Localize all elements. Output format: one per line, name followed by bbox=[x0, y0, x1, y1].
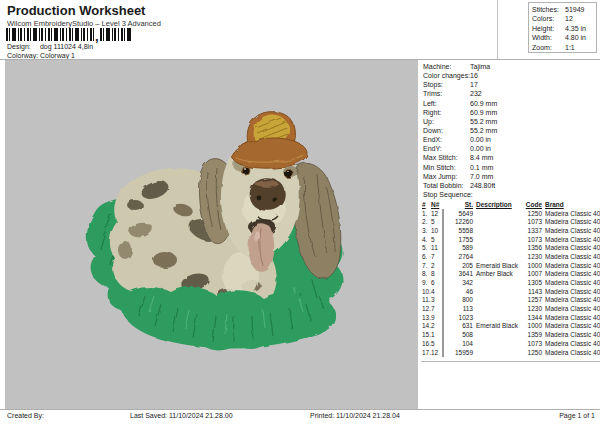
seq-thread-code: 1143 bbox=[518, 288, 542, 297]
machine-info-value: 0.00 in bbox=[470, 144, 491, 153]
stats-value: 1:1 bbox=[565, 43, 575, 52]
stop-sequence-row: 9. 6 342 1305 Madeira Classic 40 bbox=[421, 279, 600, 288]
machine-info-value: 17 bbox=[470, 80, 478, 89]
seq-thread-brand: Madeira Classic 40 bbox=[542, 279, 600, 288]
stop-sequence-row: 11. 3 800 1257 Madeira Classic 40 bbox=[421, 296, 600, 305]
machine-info-list: Machine: Tajima Color changes: 16 Stops:… bbox=[421, 62, 600, 190]
seq-stitch-count: 113 bbox=[453, 305, 473, 314]
seq-needle-number: 9 bbox=[431, 314, 442, 323]
seq-thread-brand: Madeira Classic 40 bbox=[542, 227, 600, 236]
stop-sequence-row: 2. 5 12260 1073 Madeira Classic 40 bbox=[421, 218, 600, 227]
stop-sequence-row: 12. 7 113 1230 Madeira Classic 40 bbox=[421, 305, 600, 314]
design-row: Design: dog 111024 4,8in bbox=[7, 43, 93, 50]
stats-value: 12 bbox=[565, 14, 573, 23]
footer-created-by: Created By: bbox=[7, 412, 44, 419]
seq-stitch-count: 631 bbox=[453, 322, 473, 331]
machine-info-label: Color changes: bbox=[421, 71, 470, 80]
machine-info-label: Stops: bbox=[421, 80, 470, 89]
stop-sequence-header-row: # N# St. Description Code Brand bbox=[421, 200, 600, 210]
machine-info-value: 232 bbox=[470, 89, 482, 98]
seq-row-index: 2. bbox=[421, 218, 431, 227]
barcode-bars-group1 bbox=[6, 28, 94, 41]
thread-color-swatch bbox=[442, 278, 444, 287]
thread-color-swatch bbox=[442, 243, 444, 252]
machine-info-value: 60.9 mm bbox=[470, 99, 497, 108]
thread-color-swatch bbox=[442, 226, 444, 235]
machine-info-row: EndX: 0.00 in bbox=[421, 135, 600, 144]
machine-info-label: Total Bobbin: bbox=[421, 181, 470, 190]
seq-stitch-count: 12260 bbox=[453, 218, 473, 227]
seq-thread-code: 1356 bbox=[518, 244, 542, 253]
stats-label: Zoom: bbox=[532, 43, 565, 52]
seq-needle-number: 3 bbox=[431, 296, 442, 305]
machine-info-value: 55.2 mm bbox=[470, 117, 497, 126]
app-subtitle: Wilcom EmbroideryStudio – Level 3 Advanc… bbox=[7, 19, 161, 28]
stats-row: Colors: 12 bbox=[532, 14, 596, 23]
machine-info-row: Right: 60.9 mm bbox=[421, 108, 600, 117]
seq-thread-code: 1073 bbox=[518, 340, 542, 349]
stats-value: 4.80 in bbox=[565, 33, 586, 42]
stop-sequence-table: # N# St. Description Code Brand 1. 12 56… bbox=[421, 200, 600, 357]
machine-info-value: 0.00 in bbox=[470, 135, 491, 144]
col-header-index: # bbox=[421, 200, 431, 210]
machine-info-row: Total Bobbin: 248.80ft bbox=[421, 181, 600, 190]
barcode-bars-group2 bbox=[100, 28, 131, 41]
stop-sequence-row: 1. 12 5649 1250 Madeira Classic 40 bbox=[421, 210, 600, 219]
stats-value: 51949 bbox=[565, 5, 584, 14]
machine-info-label: Down: bbox=[421, 126, 470, 135]
machine-info-value: 0.1 mm bbox=[470, 163, 493, 172]
seq-thread-brand: Madeira Classic 40 bbox=[542, 288, 600, 297]
seq-needle-number: 8 bbox=[431, 270, 442, 279]
seq-swatch-cell bbox=[442, 349, 453, 358]
seq-stitch-count: 589 bbox=[453, 244, 473, 253]
stats-label: Height: bbox=[532, 24, 565, 33]
seq-row-index: 3. bbox=[421, 227, 431, 236]
barcode-comma: , bbox=[95, 33, 99, 41]
design-preview-panel bbox=[5, 60, 418, 409]
stop-sequence-row: 3. 10 5558 1337 Madeira Classic 40 bbox=[421, 227, 600, 236]
seq-row-index: 8. bbox=[421, 270, 431, 279]
stop-sequence-row: 6. 7 2764 1230 Madeira Classic 40 bbox=[421, 253, 600, 262]
seq-thread-brand: Madeira Classic 40 bbox=[542, 253, 600, 262]
cowboy-hat bbox=[232, 112, 307, 169]
production-worksheet-page: Production Worksheet Wilcom EmbroiderySt… bbox=[0, 0, 600, 424]
seq-description: Emerald Black bbox=[473, 262, 518, 271]
thread-color-swatch bbox=[442, 209, 444, 218]
seq-row-index: 14. bbox=[421, 322, 431, 331]
design-barcode: , bbox=[6, 28, 131, 41]
seq-needle-number: 11 bbox=[431, 244, 442, 253]
seq-thread-code: 1344 bbox=[518, 314, 542, 323]
seq-row-index: 5. bbox=[421, 244, 431, 253]
seq-description: Amber Black bbox=[473, 270, 518, 279]
stats-label: Width: bbox=[532, 33, 565, 42]
hat-brim bbox=[232, 138, 307, 168]
machine-info-row: Max Stitch: 8.4 mm bbox=[421, 153, 600, 162]
machine-info-label: EndY: bbox=[421, 144, 470, 153]
thread-color-swatch bbox=[442, 295, 444, 304]
seq-stitch-count: 1023 bbox=[453, 314, 473, 323]
seq-description: Emerald Black bbox=[473, 322, 518, 331]
seq-thread-brand: Madeira Classic 40 bbox=[542, 270, 600, 279]
design-value: dog 111024 4,8in bbox=[40, 43, 93, 50]
seq-thread-brand: Madeira Classic 40 bbox=[542, 314, 600, 323]
machine-info-value: 8.4 mm bbox=[470, 153, 493, 162]
seq-stitch-count: 342 bbox=[453, 279, 473, 288]
thread-color-swatch bbox=[442, 348, 444, 357]
stop-sequence-row: 16. 5 104 1073 Madeira Classic 40 bbox=[421, 340, 600, 349]
machine-info-row: Max Jump: 7.0 mm bbox=[421, 172, 600, 181]
machine-info-row: Left: 60.9 mm bbox=[421, 99, 600, 108]
colorway-label: Colorway: bbox=[7, 52, 38, 59]
seq-thread-brand: Madeira Classic 40 bbox=[542, 244, 600, 253]
seq-thread-brand: Madeira Classic 40 bbox=[542, 236, 600, 245]
seq-row-index: 1. bbox=[421, 210, 431, 219]
machine-info-label: Right: bbox=[421, 108, 470, 117]
seq-thread-code: 1007 bbox=[518, 270, 542, 279]
stop-sequence-row: 17. 12 15959 1250 Madeira Classic 40 bbox=[421, 349, 600, 358]
footer-separator-line bbox=[0, 409, 600, 410]
footer-last-saved: Last Saved: 11/10/2024 21.28.00 bbox=[130, 412, 233, 419]
stats-label: Stitches: bbox=[532, 5, 565, 14]
seq-row-index: 16. bbox=[421, 340, 431, 349]
thread-color-swatch bbox=[442, 269, 444, 278]
seq-thread-code: 1000 bbox=[518, 322, 542, 331]
thread-color-swatch bbox=[442, 252, 444, 261]
